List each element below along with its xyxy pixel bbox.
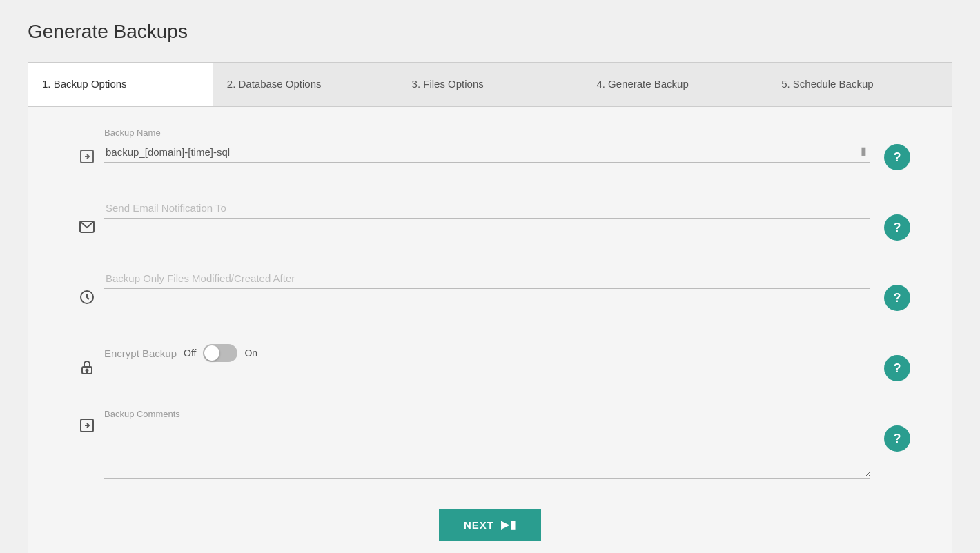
tabs-container: 1. Backup Options 2. Database Options 3.… [28, 62, 952, 107]
modified-after-field [104, 268, 870, 289]
encrypt-help-button[interactable]: ? [884, 355, 910, 381]
file-icon: ▮ [861, 144, 867, 157]
encrypt-backup-field: Encrypt Backup Off On [104, 339, 870, 362]
encrypt-backup-label: Encrypt Backup [104, 348, 177, 359]
encrypt-toggle-row: Encrypt Backup Off On [104, 339, 257, 362]
next-button-label: NEXT [464, 519, 494, 531]
backup-comments-textarea[interactable] [104, 423, 870, 479]
tab-files-options[interactable]: 3. Files Options [398, 63, 583, 106]
backup-name-input[interactable] [104, 142, 870, 163]
email-row: ? [70, 198, 910, 248]
toggle-off-label: Off [184, 348, 196, 359]
modified-after-help-button[interactable]: ? [884, 285, 910, 311]
backup-comments-help-button[interactable]: ? [884, 425, 910, 452]
backup-comments-row: Backup Comments ? [70, 409, 910, 488]
encrypt-backup-row: Encrypt Backup Off On ? [70, 339, 910, 388]
backup-name-help-button[interactable]: ? [884, 144, 910, 170]
modified-after-input[interactable] [104, 268, 870, 289]
svg-point-5 [86, 370, 88, 372]
backup-name-label: Backup Name [104, 128, 870, 138]
clock-icon [70, 289, 104, 305]
toggle-thumb [204, 345, 219, 361]
page-title: Generate Backups [28, 21, 952, 43]
encrypt-toggle[interactable] [203, 344, 237, 362]
backup-comments-label: Backup Comments [104, 409, 870, 419]
tab-backup-options[interactable]: 1. Backup Options [28, 63, 213, 106]
lock-icon [70, 359, 104, 376]
email-field [104, 198, 870, 219]
next-button[interactable]: NEXT ▶▮ [439, 509, 541, 541]
tab-database-options[interactable]: 2. Database Options [213, 63, 398, 106]
email-help-button[interactable]: ? [884, 214, 910, 241]
email-input[interactable] [104, 198, 870, 219]
modified-after-row: ? [70, 268, 910, 318]
backup-name-input-wrapper: ▮ [104, 142, 870, 163]
email-icon [70, 219, 104, 235]
toggle-on-label: On [244, 348, 257, 359]
content-area: Backup Name ▮ ? ? [28, 107, 952, 553]
next-arrow-icon: ▶▮ [501, 519, 516, 531]
actions-area: NEXT ▶▮ [70, 509, 910, 541]
tab-generate-backup[interactable]: 4. Generate Backup [582, 63, 767, 106]
backup-comments-field: Backup Comments [104, 409, 870, 481]
backup-name-field: Backup Name ▮ [104, 128, 870, 163]
tab-schedule-backup[interactable]: 5. Schedule Backup [767, 63, 952, 106]
comments-icon [70, 417, 104, 434]
backup-name-row: Backup Name ▮ ? [70, 128, 910, 177]
backup-name-icon [70, 148, 104, 165]
